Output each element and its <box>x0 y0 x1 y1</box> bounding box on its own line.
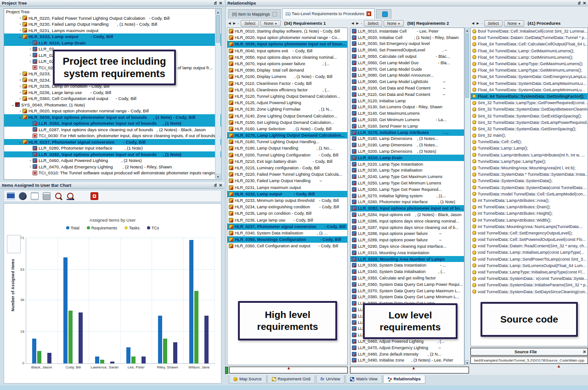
list-item[interactable]: HLR_0110, Cleanliness Factor - Cody, Bil… <box>227 80 347 87</box>
list-item[interactable]: Sint_32 TunnelData::SystemData::GetSiren… <box>471 126 588 132</box>
scroll-up-icon[interactable]: ▲ <box>215 9 220 14</box>
tree-item[interactable]: ⌄ HLR_0232, Lamp output - Cody, Bill <box>4 33 221 40</box>
view-tab[interactable]: Matrix View <box>345 375 382 384</box>
expander-icon[interactable]: › <box>18 109 23 113</box>
scroll-up-icon[interactable]: ▲ <box>465 28 469 33</box>
list-item[interactable]: HLR_0230, Failed Lamp Output Handling – <box>227 178 347 184</box>
list-item[interactable]: LLR_0320, Mounting Area Number of Lamps <box>351 256 464 262</box>
tree-item[interactable]: ⌄ HLR_0030, Input options photometer inp… <box>4 114 221 121</box>
list-item[interactable]: HLR_0010, Starting display software, (1 … <box>227 28 347 34</box>
scrollbar-thumb[interactable] <box>465 33 469 98</box>
toolbar-icon[interactable] <box>31 192 39 200</box>
list-item[interactable]: HLR_0070, Input options power failure , … <box>227 61 347 67</box>
dash-icon[interactable]: - <box>361 22 362 25</box>
expander-icon[interactable]: › <box>18 96 23 101</box>
tree-item[interactable]: LLR_0282, Input options photometer input… <box>4 120 221 127</box>
list-item[interactable]: LLR_0180, Lamp Dimensions , (3 Notes... <box>351 136 464 142</box>
tree-item[interactable]: › HLR_0236, Large lamp use - Cody, Bill <box>4 89 221 96</box>
mapping-tab[interactable] <box>376 9 391 19</box>
toolbar-icon[interactable] <box>19 192 27 200</box>
tab-state-icon[interactable]: ✕ <box>367 11 371 16</box>
list-item[interactable]: HLR_0170, Lamp Lighting Output Demand Ca… <box>227 132 347 139</box>
list-item[interactable]: int TunnelData::LampAttributes::Width(); <box>471 217 588 223</box>
expander-icon[interactable]: › <box>28 158 33 163</box>
list-item[interactable]: HLR_0220, Failed Power Tunnel Lighting O… <box>227 171 347 178</box>
req2-scrollbar[interactable]: ▲ ▼ <box>464 28 469 365</box>
list-item[interactable]: void TunnelData::SystemData::InitialiseP… <box>471 282 588 288</box>
list-item[interactable]: HLR_0160, Lamp Selection , (1 Note) - Co… <box>227 126 347 132</box>
list-item[interactable]: HLR_0180, Tunnel Lighting Output Handlin… <box>227 139 347 145</box>
view-tab[interactable]: Requirement Grid <box>267 375 315 384</box>
list-item[interactable]: HLR_0200, Tunnel Lighting Configuration … <box>227 152 347 158</box>
view-tab[interactable]: fx UnView <box>316 375 345 384</box>
list-item[interactable]: HLR_0115, Cleanliness efficiency factor … <box>227 87 347 93</box>
list-item[interactable]: HLR_0237, Photometer signal conversion -… <box>227 223 347 230</box>
list-item[interactable]: HLR_0232, Lamp output - Cody, Bill <box>227 191 347 197</box>
tree-item[interactable]: TCI_0030: For HMI selection, photometer … <box>4 133 221 139</box>
list-item[interactable]: TunnelData::LampType::LampType(); <box>471 158 588 165</box>
list-item[interactable]: Bool TunnelData::DataIn::GetData(TunnelD… <box>471 34 588 41</box>
pin-icon[interactable]: đ <box>214 1 217 6</box>
list-item[interactable]: TunnelData::Cell::Cell(); <box>471 139 588 145</box>
list-item[interactable]: LLR_0370, System Data Query Get Lamp Max… <box>351 288 464 294</box>
toolbar-icon[interactable] <box>79 192 86 200</box>
expander-icon[interactable]: › <box>18 90 23 95</box>
list-item[interactable]: HLR_0040, Input options exit - Cody, Bil… <box>227 48 347 54</box>
next-icon[interactable]: ▶ <box>232 22 236 25</box>
tree-item[interactable]: › LLR_0470, Adjust Emergency Lighting , … <box>4 164 221 170</box>
next-icon[interactable]: ▶ <box>476 22 479 25</box>
list-item[interactable]: LLR_0130, Set Lumens Output - Riley, Sha… <box>351 104 464 111</box>
list-item[interactable]: HLR_0234, Lamp extinguishing condition -… <box>227 204 347 210</box>
toolbar-icon[interactable] <box>55 192 62 200</box>
list-item[interactable]: HLR_0140, Zone Lighting Output Demand Ca… <box>227 112 347 119</box>
list-item[interactable]: int TunnelData::LampAttributes::Area(); <box>471 197 588 204</box>
list-item[interactable]: LLR_0360, System Data Query Get Lamp Pow… <box>351 281 464 288</box>
expander-icon[interactable]: › <box>18 84 23 89</box>
list-item[interactable]: LLR_0120, Initialise Lamp <box>351 98 464 104</box>
expander-icon[interactable]: › <box>18 78 23 82</box>
list-item[interactable]: LLR_0020, Initialise Cell , (1 Note) - R… <box>351 34 464 41</box>
list-item[interactable]: LLR_0290, Days since cleaning input inte… <box>351 243 464 250</box>
tree-item[interactable]: › HLR_0220, Failed Power Tunnel Lighting… <box>4 15 221 22</box>
list-item[interactable]: LLR_0480, Zone default intensity , (2 N.… <box>351 351 464 357</box>
expander-icon[interactable]: ⌄ <box>18 115 23 119</box>
list-item[interactable]: int TunnelData::LampAttributes::Height()… <box>471 210 588 217</box>
list-item[interactable]: HLR_0235, Lamp on condition - Cody, Bill <box>227 210 347 217</box>
list-item[interactable]: int TunnelData::LampAttributes::Drain(); <box>471 204 588 210</box>
list-item[interactable]: Sint_32 TunnelData::LampType::GetPowerRe… <box>471 100 588 106</box>
list-item[interactable]: void TunnelData::Cell::SetPoweredOutputL… <box>471 236 588 243</box>
list-item[interactable]: Float_64 TunnelData::SystemData::GetEmer… <box>471 73 588 80</box>
list-item[interactable]: Float_64 TunnelData::SystemData::GetLamp… <box>471 87 588 93</box>
mapping-tab[interactable]: (1) Two-Level Requirements to Procedures… <box>282 8 375 19</box>
list-item[interactable]: LLR_0010, Instantiate Cell - Lee, Peter <box>351 28 464 34</box>
expander-icon[interactable]: › <box>18 22 23 27</box>
list-item[interactable]: TunnelData::SystemData::SystemData(); <box>471 178 588 184</box>
list-item[interactable]: LLR_0220, Lamp Type Instantiation <box>351 161 464 167</box>
list-item[interactable]: void TunnelData::SystemData::SetDaysSinc… <box>471 289 588 295</box>
close-icon[interactable]: ✕ <box>219 1 222 6</box>
tree-item[interactable]: › HLR_0360, Cell Configuration and outpu… <box>4 95 221 102</box>
list-item[interactable]: HLR_0340, System Data Initialisation , (… <box>227 230 347 236</box>
list-item[interactable]: LLR_0070, Get Lamp Model Guide <box>351 66 464 72</box>
list-item[interactable]: HLR_0125, Adjust Powered Lighting <box>227 100 347 106</box>
close-icon[interactable]: ✕ <box>582 350 586 354</box>
list-item[interactable]: HLR_0050, Input options days since clean… <box>227 54 347 61</box>
list-item[interactable]: void TunnelData::LampType::InitialiseLam… <box>471 269 588 275</box>
dash-icon[interactable]: - <box>481 22 483 25</box>
list-item[interactable]: HLR_0210, Exit sign battery drain - Cody… <box>227 158 347 165</box>
list-item[interactable]: LLR_0284, Input options exit , (2 Notes)… <box>351 212 464 218</box>
list-item[interactable]: HLR_0360, Cell Configuration and output … <box>227 243 347 249</box>
tree-item[interactable]: LLR_0287, Input options days since clean… <box>4 127 221 133</box>
select-button[interactable]: Select <box>484 20 503 27</box>
list-item[interactable]: HLR_0100, Display Lumens , (1 Note) - Co… <box>227 73 347 80</box>
list-item[interactable]: LLR_0380, System Data Query Get Lamp Min… <box>351 294 464 300</box>
expander-icon[interactable]: › <box>18 72 23 76</box>
none-dropdown[interactable]: None ▼ <box>384 20 404 27</box>
scroll-marker-icon[interactable]: ▲ <box>557 364 561 368</box>
expander-icon[interactable]: › <box>18 28 23 33</box>
list-item[interactable]: LLR_0286, Input options days since clean… <box>351 218 464 224</box>
list-item[interactable]: LLR_0160, Send Power to Lamp <box>351 123 464 129</box>
tree-root[interactable]: Project Tree <box>4 9 221 15</box>
list-item[interactable]: LLR_0190, Lamp Dimensions , (3 Notes... <box>351 142 464 148</box>
list-item[interactable]: Bool TunnelData::Cell::InitialiseCell(co… <box>471 28 588 34</box>
